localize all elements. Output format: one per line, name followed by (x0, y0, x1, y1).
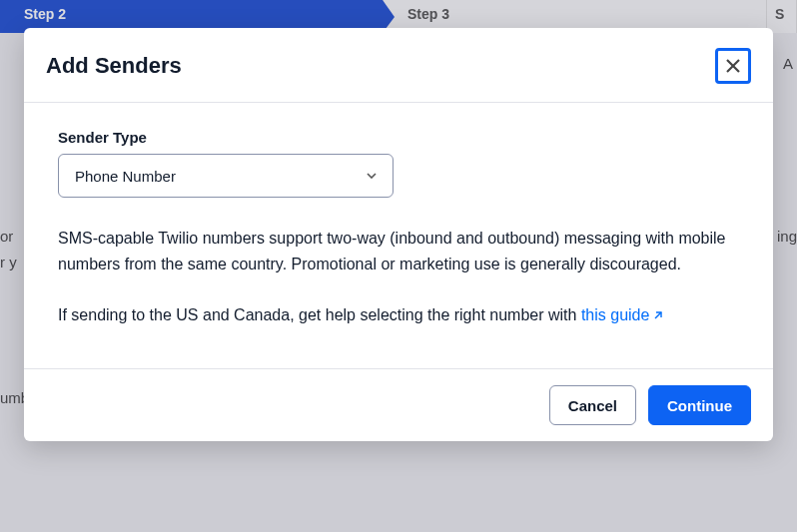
help-paragraph-2-prefix: If sending to the US and Canada, get hel… (58, 306, 581, 323)
sender-type-label: Sender Type (58, 129, 739, 146)
sender-type-select[interactable]: Phone Number (58, 154, 394, 198)
external-link-icon (652, 310, 663, 321)
modal-body: Sender Type Phone Number SMS-capable Twi… (24, 103, 773, 368)
cancel-button[interactable]: Cancel (549, 385, 636, 425)
close-icon (724, 57, 742, 75)
modal-footer: Cancel Continue (24, 368, 773, 441)
chevron-down-icon (367, 173, 377, 179)
modal-header: Add Senders (24, 28, 773, 103)
add-senders-modal: Add Senders Sender Type Phone Number SMS… (24, 28, 773, 441)
help-text: SMS-capable Twilio numbers support two-w… (58, 226, 739, 328)
continue-button[interactable]: Continue (648, 385, 751, 425)
modal-title: Add Senders (46, 53, 182, 79)
help-paragraph-2: If sending to the US and Canada, get hel… (58, 302, 739, 328)
help-paragraph-1: SMS-capable Twilio numbers support two-w… (58, 226, 739, 278)
sender-type-value: Phone Number (75, 168, 176, 185)
guide-link[interactable]: this guide (581, 306, 664, 323)
close-button[interactable] (715, 48, 751, 84)
svg-line-2 (655, 312, 661, 318)
guide-link-text: this guide (581, 306, 650, 323)
